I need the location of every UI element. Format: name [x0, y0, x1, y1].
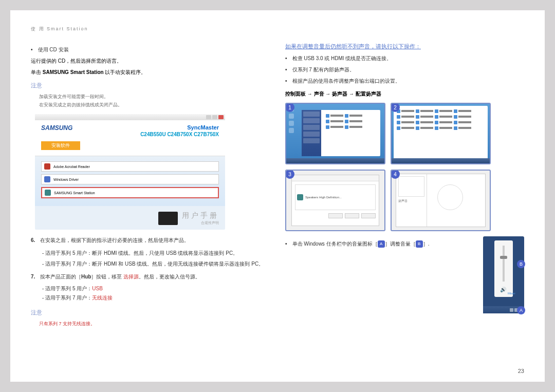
bullet-cd-install: 使用 CD 安装 — [31, 46, 270, 54]
screenshot-step-4: 4 扬声器 — [391, 170, 491, 231]
control-panel-window — [302, 110, 380, 156]
taskbar — [392, 158, 490, 163]
speaker-diagram — [437, 184, 463, 210]
volume-section: 单击 Windows 任务栏中的音量图标［A］调整音量［B］. 🔊 Mixer — [285, 236, 524, 313]
volume-screenshot: 🔊 Mixer B A — [483, 236, 524, 313]
cd-line2: 单击 SAMSUNG Smart Station 以手动安装程序。 — [31, 68, 270, 77]
step-6: 6.在安装之后，根据下面的指示进行必要的连接，然后使用本产品。 — [31, 236, 270, 245]
manual-label: 用户手册 — [182, 211, 219, 220]
desktop-bg — [286, 104, 384, 163]
step-badge-4: 4 — [391, 170, 400, 179]
cp-all-items — [394, 106, 488, 161]
speaker-icon: 🔊 — [500, 287, 507, 294]
step-badge-1: 1 — [285, 103, 294, 112]
step-7-sub-1: - 适用于系列 5 用户：USB — [42, 285, 270, 292]
ok-button — [328, 213, 343, 218]
step-6-sub-2: 适用于系列 7 用户：断开 HDMI 和 USB 缆线。然后，使用无线连接硬件锁… — [42, 259, 270, 268]
notice-2-body: 只有系列 7 支持无线连接。 — [39, 320, 270, 328]
setup-right — [427, 174, 485, 227]
step-7-sub-2: - 适用于系列 7 用户：无线连接 — [42, 294, 270, 302]
dialog-buttons — [295, 213, 376, 218]
screenshot-step-2: 2 — [391, 103, 491, 164]
right-column: 如果在调整音量后仍然听不到声音，请执行以下操作： 检查 USB 3.0 或 HD… — [285, 43, 524, 328]
cancel-button — [345, 213, 359, 218]
station-icon — [45, 190, 51, 196]
max-icon — [212, 115, 217, 119]
desktop-bg — [392, 104, 490, 163]
window-titlebar — [35, 114, 225, 120]
list-item-selected: SAMSUNG Smart Station — [41, 187, 219, 198]
min-icon — [206, 115, 211, 119]
speaker-icon — [297, 194, 303, 200]
speaker-list: Speakers High Definition... — [295, 184, 376, 210]
installer-screenshot: SAMSUNG SyncMaster C24B550U C24B750X C27… — [35, 114, 225, 230]
document-page: 使 用 Smart Station 使用 CD 安装 运行提供的 CD，然后选择… — [10, 10, 545, 382]
notice-1-line-1: 加载安装文件可能需要一段时间。 — [39, 92, 270, 101]
pdf-icon — [44, 163, 50, 170]
volume-instruction: 单击 Windows 任务栏中的音量图标［A］调整音量［B］. — [285, 239, 478, 249]
screenshot-step-3: 3 Speakers High Definition... — [285, 170, 385, 231]
slider-thumb — [500, 256, 507, 259]
compat-label: 合规性声明 — [182, 220, 219, 226]
slider-track — [503, 246, 505, 282]
notice-label-2: 注意 — [31, 309, 270, 316]
taskbar — [286, 158, 384, 163]
close-icon — [218, 115, 224, 119]
model-numbers: C24B550U C24B750X C27B750X — [140, 132, 219, 137]
page-header: 使 用 Smart Station — [31, 26, 524, 32]
badge-a-inline: A — [378, 240, 385, 248]
badge-b-inline: B — [416, 240, 423, 248]
cp-items — [324, 112, 378, 130]
notice-label-1: 注意 — [31, 82, 270, 89]
volume-popup: 🔊 Mixer — [494, 240, 513, 297]
step-7: 7. 按本产品正面的［Hub］按钮，移至 选择源。然后，更改输入信号源。 — [31, 272, 270, 281]
syncmaster-label: SyncMaster — [140, 124, 219, 130]
monitor-icon — [158, 212, 178, 225]
step-6-sub-1: 适用于系列 5 用户：断开 HDMI 缆线。然后，只使用 USB 缆线将显示器连… — [42, 249, 270, 257]
driver-icon — [44, 176, 50, 182]
apply-button — [361, 213, 376, 218]
dialog-tabs — [292, 175, 379, 181]
list-item: Windows Driver — [41, 174, 219, 184]
step-badge-3: 3 — [285, 170, 294, 179]
screenshot-step-1: 1 — [285, 103, 385, 164]
bullet-series7: 仅系列 7 配有内部扬声器。 — [285, 66, 524, 74]
cp-grid — [395, 107, 486, 132]
list-item: Adobe Acrobat Reader — [41, 161, 219, 172]
content-columns: 使用 CD 安装 运行提供的 CD，然后选择所需的语言。 单击 SAMSUNG … — [31, 43, 524, 328]
nav-path: 控制面板 → 声音 → 扬声器 → 配置扬声器 — [285, 90, 524, 98]
sound-dialog: Speakers High Definition... — [291, 175, 379, 226]
screenshot-header: SAMSUNG SyncMaster C24B550U C24B750X C27… — [35, 120, 225, 156]
screenshot-footer: 用户手册 合规性声明 — [158, 211, 219, 226]
sidebar — [302, 110, 321, 156]
bullet-check-cable: 检查 USB 3.0 或 HDMI 缆线是否正确连接。 — [285, 54, 524, 63]
callout-a: A — [517, 306, 525, 314]
screenshot-body: Adobe Acrobat Reader Windows Driver SAMS… — [35, 156, 225, 206]
install-tab: 安装软件 — [41, 141, 80, 150]
bullet-adjust-output: 根据产品的使用条件调整声音输出端口的设置。 — [285, 77, 524, 85]
setup-left: 扬声器 — [396, 174, 427, 227]
speaker-setup-dialog: 扬声器 — [396, 174, 486, 227]
left-column: 使用 CD 安装 运行提供的 CD，然后选择所需的语言。 单击 SAMSUNG … — [31, 43, 270, 328]
notice-1-line-2: 在安装完成之前勿拔掉缆线或关闭产品。 — [39, 101, 270, 109]
screenshot-grid: 1 2 — [285, 103, 524, 231]
samsung-logo: SAMSUNG — [41, 124, 72, 132]
page-number: 23 — [518, 368, 524, 374]
callout-b: B — [517, 260, 525, 268]
step-badge-2: 2 — [391, 103, 400, 112]
tray-icon — [510, 308, 513, 312]
mixer-link: Mixer — [508, 292, 515, 295]
cd-line1: 运行提供的 CD，然后选择所需的语言。 — [31, 57, 270, 65]
troubleshoot-heading: 如果在调整音量后仍然听不到声音，请执行以下操作： — [285, 43, 524, 50]
